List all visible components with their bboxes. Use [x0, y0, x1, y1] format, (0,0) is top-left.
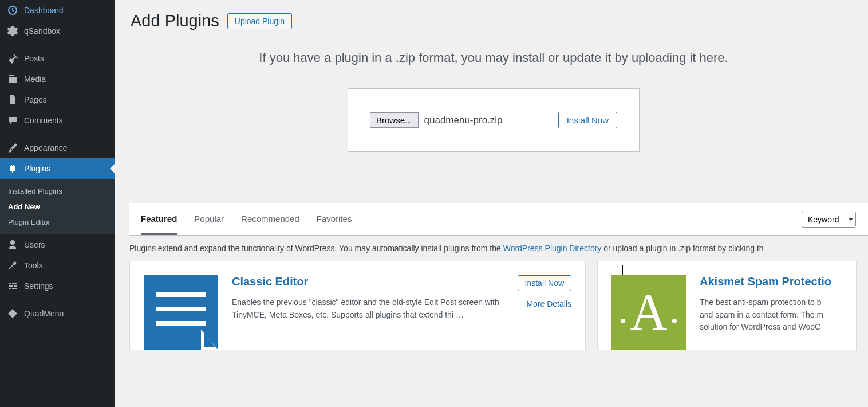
diamond-icon: [7, 308, 18, 319]
upload-plugin-button[interactable]: Upload Plugin: [227, 13, 292, 29]
plugin-cards: Classic Editor Enables the previous "cla…: [129, 261, 857, 350]
selected-file-name: quadmenu-pro.zip: [424, 115, 503, 126]
search-type-select-wrap: Keyword: [802, 212, 859, 228]
svg-rect-1: [156, 292, 206, 297]
submenu-add-new[interactable]: Add New: [0, 199, 115, 214]
sidebar-item-plugins[interactable]: Plugins: [0, 158, 115, 179]
sidebar-item-label: qSandbox: [24, 26, 60, 36]
page-title: Add Plugins: [131, 11, 219, 30]
install-now-button[interactable]: Install Now: [558, 112, 617, 128]
sidebar-item-comments[interactable]: Comments: [0, 110, 115, 131]
plugins-description: Plugins extend and expand the functional…: [129, 236, 857, 261]
sidebar-item-qsandbox[interactable]: qSandbox: [0, 21, 115, 41]
brush-icon: [7, 142, 18, 154]
sidebar-item-pages[interactable]: Pages: [0, 89, 115, 110]
sidebar-item-label: Tools: [24, 261, 43, 270]
plugin-icon: [7, 163, 18, 174]
pushpin-icon: [7, 53, 18, 64]
more-details-link[interactable]: More Details: [526, 299, 571, 308]
submenu-plugin-editor[interactable]: Plugin Editor: [0, 214, 115, 230]
sidebar-item-settings[interactable]: Settings: [0, 276, 115, 296]
sidebar-item-label: Comments: [24, 116, 63, 125]
file-input-group: Browse... quadmenu-pro.zip: [370, 112, 503, 128]
text-cursor-indicator: [622, 265, 623, 275]
sidebar-item-label: Settings: [24, 281, 53, 291]
plugin-description: Enables the previous "classic" editor an…: [232, 296, 502, 321]
svg-rect-3: [156, 321, 206, 326]
wrench-icon: [7, 260, 18, 271]
sidebar-item-label: Pages: [24, 95, 47, 104]
upload-form: Browse... quadmenu-pro.zip Install Now: [348, 88, 640, 152]
sidebar-item-media[interactable]: Media: [0, 69, 115, 89]
plugin-description: The best anti-spam protection to b and s…: [700, 296, 837, 334]
sidebar-item-appearance[interactable]: Appearance: [0, 138, 115, 158]
plugin-card-classic-editor: Classic Editor Enables the previous "cla…: [129, 261, 586, 350]
classic-editor-icon: [144, 275, 218, 350]
filter-tabs: Featured Popular Recommended Favorites: [141, 204, 802, 235]
dashboard-icon: [7, 5, 18, 16]
svg-point-8: [621, 319, 625, 323]
akismet-icon: A: [611, 275, 686, 350]
sidebar-item-users[interactable]: Users: [0, 234, 115, 255]
sidebar-item-label: Media: [24, 75, 46, 84]
browse-button[interactable]: Browse...: [370, 112, 419, 128]
sidebar-item-label: Users: [24, 240, 45, 249]
svg-point-9: [672, 319, 677, 323]
user-icon: [7, 239, 18, 251]
sidebar-item-tools[interactable]: Tools: [0, 255, 115, 276]
sidebar-item-label: Posts: [24, 54, 44, 63]
submenu-installed-plugins[interactable]: Installed Plugins: [0, 183, 115, 199]
plugin-card-akismet: A Akismet Spam Protectio The best anti-s…: [597, 261, 857, 350]
sidebar-item-posts[interactable]: Posts: [0, 48, 115, 69]
comment-icon: [7, 115, 18, 126]
main-content: Add Plugins Upload Plugin If you have a …: [115, 0, 868, 407]
tab-featured[interactable]: Featured: [141, 204, 177, 235]
sidebar-item-label: Dashboard: [24, 6, 64, 15]
plugins-submenu: Installed Plugins Add New Plugin Editor: [0, 179, 115, 234]
gear-icon: [7, 25, 18, 37]
upload-instruction-text: If you have a plugin in a .zip format, y…: [131, 50, 857, 65]
sliders-icon: [7, 280, 18, 292]
sidebar-item-label: QuadMenu: [24, 309, 64, 318]
page-icon: [7, 94, 18, 105]
tab-popular[interactable]: Popular: [194, 204, 224, 235]
svg-rect-2: [156, 307, 206, 311]
sidebar-item-quadmenu[interactable]: QuadMenu: [0, 303, 115, 324]
plugin-title[interactable]: Akismet Spam Protectio: [700, 275, 842, 288]
svg-text:A: A: [630, 284, 668, 341]
admin-sidebar: Dashboard qSandbox Posts Media Pages Com…: [0, 0, 115, 407]
tab-recommended[interactable]: Recommended: [241, 204, 299, 235]
tab-favorites[interactable]: Favorites: [317, 204, 352, 235]
sidebar-item-label: Plugins: [24, 164, 50, 173]
plugin-title[interactable]: Classic Editor: [232, 275, 507, 288]
filter-tabs-bar: Featured Popular Recommended Favorites K…: [129, 204, 868, 236]
plugin-directory-link[interactable]: WordPress Plugin Directory: [503, 244, 602, 253]
install-plugin-button[interactable]: Install Now: [518, 275, 571, 291]
media-icon: [7, 73, 18, 85]
page-header: Add Plugins Upload Plugin: [131, 11, 857, 30]
search-type-select[interactable]: Keyword: [802, 212, 856, 228]
sidebar-item-dashboard[interactable]: Dashboard: [0, 0, 115, 21]
sidebar-item-label: Appearance: [24, 143, 68, 152]
